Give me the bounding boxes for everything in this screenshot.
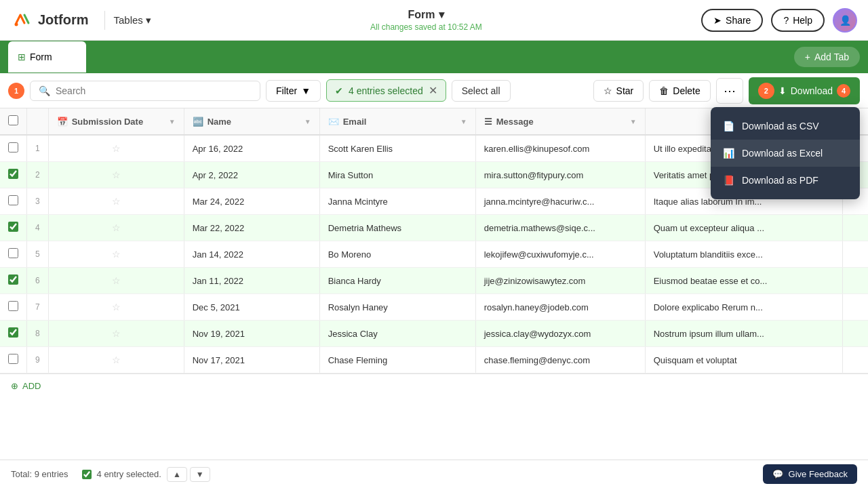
message-header[interactable]: ☰ Message ▼ — [475, 108, 645, 135]
logo-area: Jotform — [11, 9, 88, 31]
row-checkbox[interactable] — [8, 327, 18, 338]
download-label: Download — [791, 85, 833, 96]
help-label: Help — [793, 15, 812, 26]
row-checkbox[interactable] — [8, 354, 18, 364]
row-star-icon[interactable]: ☆ — [112, 302, 121, 312]
email-header[interactable]: ✉️ Email ▼ — [319, 108, 475, 135]
row-checkbox[interactable] — [8, 248, 18, 258]
row-extra — [843, 347, 868, 373]
row-date: Jan 11, 2022 — [184, 268, 319, 294]
row-star-cell[interactable]: ☆ — [48, 268, 184, 294]
footer-selected-label: 4 entry selected. — [97, 469, 161, 479]
delete-button[interactable]: 🗑 Delete — [649, 80, 710, 102]
clear-selection-button[interactable]: ✕ — [429, 84, 437, 97]
nav-right: ➤ Share ? Help 👤 — [701, 8, 857, 33]
name-header[interactable]: 🔤 Name ▼ — [184, 108, 319, 135]
row-checkbox-cell[interactable] — [0, 188, 27, 215]
submission-date-header[interactable]: 📅 Submission Date ▼ — [48, 108, 184, 135]
row-checkbox-cell[interactable] — [0, 241, 27, 268]
row-star-icon[interactable]: ☆ — [112, 354, 121, 365]
add-tab-button[interactable]: + Add Tab — [794, 47, 860, 67]
row-checkbox[interactable] — [8, 301, 18, 311]
row-star-icon[interactable]: ☆ — [112, 169, 121, 180]
row-checkbox[interactable] — [8, 169, 18, 179]
row-star-cell[interactable]: ☆ — [48, 162, 184, 188]
more-options-button[interactable]: ⋯ — [716, 78, 743, 104]
row-email: janna.mcintyre@hacuriw.c... — [475, 188, 645, 215]
row-email: rosalyn.haney@jodeb.com — [475, 294, 645, 321]
nav-divider — [104, 11, 105, 30]
row-star-cell[interactable]: ☆ — [48, 241, 184, 268]
add-tab-label: Add Tab — [814, 52, 849, 62]
row-checkbox-cell[interactable] — [0, 347, 27, 373]
footer: Total: 9 entries 4 entry selected. ▲ ▼ 💬… — [0, 460, 868, 488]
row-checkbox-cell[interactable] — [0, 162, 27, 188]
avatar[interactable]: 👤 — [833, 8, 857, 33]
feedback-icon: 💬 — [772, 469, 783, 479]
give-feedback-label: Give Feedback — [789, 469, 848, 479]
row-email: demetria.mathews@siqe.c... — [475, 215, 645, 241]
share-button[interactable]: ➤ Share — [701, 9, 763, 32]
row-star-cell[interactable]: ☆ — [48, 215, 184, 241]
row-checkbox-cell[interactable] — [0, 268, 27, 294]
download-button[interactable]: 2 ⬇ Download 4 — [749, 77, 860, 104]
row-checkbox[interactable] — [8, 274, 18, 285]
row-checkbox-cell[interactable] — [0, 135, 27, 162]
row-date: Mar 24, 2022 — [184, 188, 319, 215]
search-input[interactable] — [56, 85, 252, 96]
filter-label: Filter — [276, 85, 297, 96]
row-star-cell[interactable]: ☆ — [48, 294, 184, 321]
arrow-down-button[interactable]: ▼ — [190, 467, 210, 482]
download-excel-button[interactable]: 📊 Download as Excel — [711, 140, 860, 167]
add-row-button[interactable]: ⊕ ADD — [0, 373, 868, 398]
svg-point-1 — [15, 22, 18, 26]
download-pdf-button[interactable]: 📕 Download as PDF — [711, 167, 860, 194]
tab-bar: ⊞ Form ⋯ + Add Tab — [0, 41, 868, 73]
select-all-checkbox[interactable] — [8, 115, 18, 125]
row-date: Jan 14, 2022 — [184, 241, 319, 268]
form-saved-status: All changes saved at 10:52 AM — [151, 22, 701, 32]
name-sort-icon: ▼ — [304, 118, 311, 125]
tables-button[interactable]: Tables ▾ — [113, 14, 151, 26]
search-box[interactable]: 🔍 — [30, 81, 260, 101]
row-star-icon[interactable]: ☆ — [112, 143, 121, 154]
row-checkbox-cell[interactable] — [0, 215, 27, 241]
select-all-checkbox-header[interactable] — [0, 108, 27, 135]
form-title-chevron-icon: ▾ — [439, 8, 444, 21]
tab-options-button[interactable]: ⋯ — [56, 47, 77, 67]
row-star-icon[interactable]: ☆ — [112, 328, 121, 339]
row-date: Apr 2, 2022 — [184, 162, 319, 188]
filter-button[interactable]: Filter ▼ — [266, 80, 321, 102]
download-csv-button[interactable]: 📄 Download as CSV — [711, 113, 860, 140]
row-star-cell[interactable]: ☆ — [48, 135, 184, 162]
trash-icon: 🗑 — [659, 85, 669, 96]
row-checkbox[interactable] — [8, 195, 18, 205]
give-feedback-button[interactable]: 💬 Give Feedback — [763, 464, 857, 484]
row-checkbox[interactable] — [8, 222, 18, 232]
select-all-button[interactable]: Select all — [452, 80, 511, 102]
row-checkbox-cell[interactable] — [0, 321, 27, 347]
arrow-up-button[interactable]: ▲ — [167, 467, 187, 482]
delete-label: Delete — [673, 85, 700, 96]
table-row: 6 ☆ Jan 11, 2022 Bianca Hardy jije@ziniz… — [0, 268, 868, 294]
row-star-icon[interactable]: ☆ — [112, 222, 121, 233]
row-date: Apr 16, 2022 — [184, 135, 319, 162]
download-icon: ⬇ — [778, 85, 787, 96]
row-checkbox-cell[interactable] — [0, 294, 27, 321]
row-star-cell[interactable]: ☆ — [48, 321, 184, 347]
row-star-icon[interactable]: ☆ — [112, 249, 121, 260]
footer-checkbox[interactable] — [82, 470, 92, 479]
row-star-icon[interactable]: ☆ — [112, 275, 121, 286]
row-number: 8 — [27, 321, 49, 347]
star-button[interactable]: ☆ Star — [593, 80, 644, 102]
row-star-cell[interactable]: ☆ — [48, 347, 184, 373]
row-star-icon[interactable]: ☆ — [112, 196, 121, 207]
grid-icon: ⊞ — [18, 52, 26, 62]
excel-label: Download as Excel — [742, 148, 823, 159]
checkbox-icon: ✔ — [335, 85, 343, 96]
help-button[interactable]: ? Help — [771, 9, 825, 32]
row-checkbox[interactable] — [8, 142, 18, 152]
row-star-cell[interactable]: ☆ — [48, 188, 184, 215]
text-icon: 🔤 — [193, 117, 203, 127]
form-tab[interactable]: ⊞ Form ⋯ — [8, 41, 86, 73]
